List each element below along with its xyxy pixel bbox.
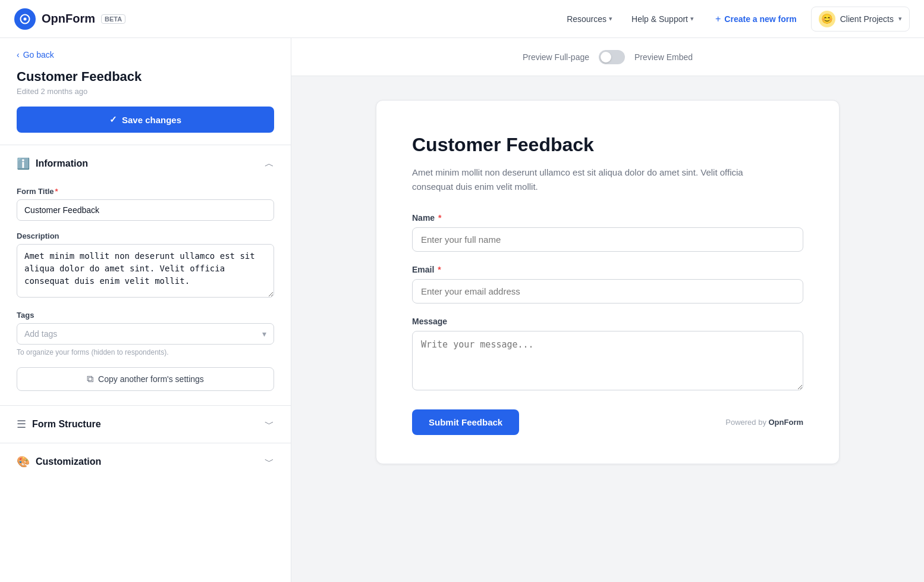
create-new-form-button[interactable]: + Create a new form — [706, 9, 806, 29]
preview-email-input[interactable] — [412, 279, 803, 303]
app-header: OpnForm BETA Resources ▾ Help & Support … — [0, 0, 924, 38]
form-edited-label: Edited 2 months ago — [17, 87, 274, 96]
help-support-label: Help & Support — [631, 14, 688, 24]
form-structure-section: ☰ Form Structure ﹀ — [0, 405, 291, 443]
workspace-label: Client Projects — [840, 14, 894, 24]
workspace-avatar: 😊 — [819, 11, 835, 27]
logo-text: OpnForm — [42, 12, 95, 26]
customization-collapse-icon: ﹀ — [265, 456, 274, 468]
app-layout: ‹ Go back Customer Feedback Edited 2 mon… — [0, 38, 924, 582]
workspace-chevron-icon: ▾ — [898, 15, 902, 23]
form-heading: Customer Feedback — [17, 69, 274, 85]
submit-feedback-button[interactable]: Submit Feedback — [412, 409, 519, 435]
tags-dropdown[interactable]: Add tags ▾ — [17, 323, 274, 345]
customization-title-row: 🎨 Customization — [17, 455, 101, 468]
preview-header: Preview Full-page Preview Embed — [291, 38, 924, 76]
copy-settings-button[interactable]: ⧉ Copy another form's settings — [17, 367, 274, 391]
form-preview-title: Customer Feedback — [412, 134, 803, 156]
description-field-group: Description Amet minim mollit non deseru… — [17, 231, 274, 300]
svg-point-1 — [24, 17, 27, 20]
form-structure-icon: ☰ — [17, 418, 26, 431]
toggle-knob — [601, 52, 611, 62]
help-chevron-icon: ▾ — [690, 15, 694, 23]
preview-email-required-star: * — [438, 265, 441, 274]
preview-name-label: Name * — [412, 213, 803, 223]
copy-settings-label: Copy another form's settings — [98, 374, 204, 384]
tags-hint: To organize your forms (hidden to respon… — [17, 348, 274, 356]
create-plus-icon: + — [715, 14, 721, 24]
section-title-row: ℹ️ Information — [17, 157, 88, 170]
right-panel: Preview Full-page Preview Embed Customer… — [291, 38, 924, 582]
workspace-switcher[interactable]: 😊 Client Projects ▾ — [811, 7, 910, 32]
form-preview-card: Customer Feedback Amet minim mollit non … — [376, 100, 840, 464]
resources-label: Resources — [567, 14, 606, 24]
form-preview-description: Amet minim mollit non deserunt ullamco e… — [412, 165, 757, 194]
main-nav: Resources ▾ Help & Support ▾ + Create a … — [560, 7, 910, 32]
form-title-input[interactable] — [17, 199, 274, 221]
preview-name-required-star: * — [438, 213, 441, 223]
information-icon: ℹ️ — [17, 157, 30, 170]
tags-placeholder: Add tags — [24, 329, 57, 339]
submit-row: Submit Feedback Powered by OpnForm — [412, 409, 803, 435]
preview-message-label: Message — [412, 317, 803, 326]
information-section: ℹ️ Information ︿ Form Title* Description… — [0, 145, 291, 405]
tags-chevron-icon: ▾ — [262, 329, 266, 339]
description-textarea[interactable]: Amet minim mollit non deserunt ullamco e… — [17, 244, 274, 298]
preview-embed-label: Preview Embed — [634, 52, 693, 62]
preview-name-input[interactable] — [412, 227, 803, 252]
form-title-label: Form Title* — [17, 187, 274, 196]
beta-badge: BETA — [101, 14, 125, 24]
logo-icon — [14, 8, 36, 30]
information-section-body: Form Title* Description Amet minim molli… — [0, 182, 291, 405]
customization-section-header[interactable]: 🎨 Customization ﹀ — [0, 443, 291, 480]
form-structure-title-row: ☰ Form Structure — [17, 418, 101, 431]
save-check-icon: ✓ — [109, 114, 117, 125]
form-title-field-group: Form Title* — [17, 187, 274, 221]
preview-toggle[interactable] — [599, 50, 625, 64]
customization-section: 🎨 Customization ﹀ — [0, 443, 291, 480]
preview-email-label: Email * — [412, 265, 803, 274]
customization-icon: 🎨 — [17, 455, 30, 468]
help-support-nav-item[interactable]: Help & Support ▾ — [624, 10, 701, 29]
description-label: Description — [17, 231, 274, 240]
tags-label: Tags — [17, 311, 274, 320]
save-changes-button[interactable]: ✓ Save changes — [17, 107, 274, 133]
resources-nav-item[interactable]: Resources ▾ — [560, 10, 620, 29]
save-btn-label: Save changes — [122, 115, 181, 125]
information-section-title: Information — [36, 158, 88, 169]
tags-field-group: Tags Add tags ▾ To organize your forms (… — [17, 311, 274, 356]
preview-area: Customer Feedback Amet minim mollit non … — [291, 76, 924, 488]
logo-area: OpnForm BETA — [14, 8, 125, 30]
go-back-chevron-icon: ‹ — [17, 50, 20, 60]
customization-title: Customization — [36, 456, 101, 467]
preview-email-field-group: Email * — [412, 265, 803, 303]
form-structure-section-header[interactable]: ☰ Form Structure ﹀ — [0, 406, 291, 443]
information-collapse-icon: ︿ — [265, 158, 274, 170]
go-back-button[interactable]: ‹ Go back — [17, 50, 274, 60]
panel-top: ‹ Go back Customer Feedback Edited 2 mon… — [0, 38, 291, 145]
preview-message-field-group: Message — [412, 317, 803, 393]
form-structure-collapse-icon: ﹀ — [265, 418, 274, 431]
left-panel: ‹ Go back Customer Feedback Edited 2 mon… — [0, 38, 291, 582]
copy-icon: ⧉ — [87, 374, 93, 384]
resources-chevron-icon: ▾ — [609, 15, 612, 23]
preview-name-field-group: Name * — [412, 213, 803, 252]
create-btn-label: Create a new form — [724, 14, 796, 24]
preview-fullpage-label: Preview Full-page — [523, 52, 589, 62]
information-section-header[interactable]: ℹ️ Information ︿ — [0, 145, 291, 182]
powered-by: Powered by OpnForm — [725, 418, 803, 427]
form-structure-title: Form Structure — [32, 419, 101, 430]
go-back-label: Go back — [23, 50, 54, 60]
form-title-required-star: * — [55, 187, 58, 196]
preview-message-textarea[interactable] — [412, 331, 803, 390]
